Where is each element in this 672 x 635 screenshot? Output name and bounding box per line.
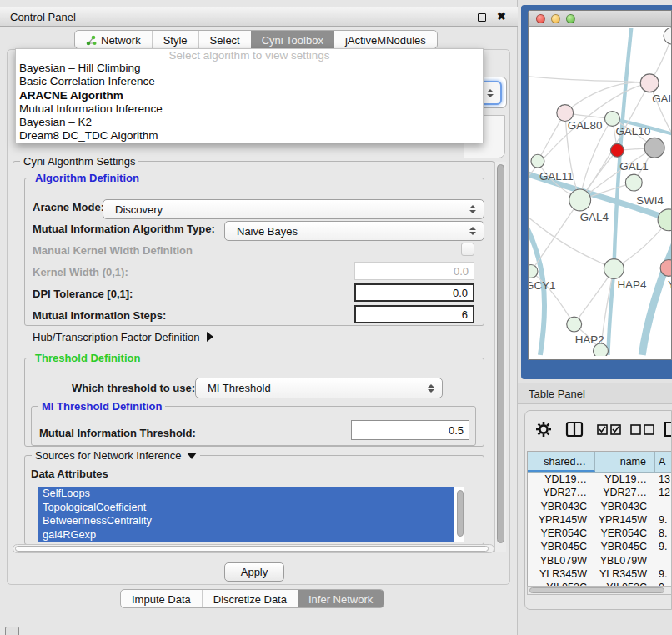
table-cell[interactable]: YBR045C	[528, 540, 595, 553]
close-icon[interactable]: ✖	[497, 10, 506, 22]
kernel-width-field[interactable]	[354, 262, 474, 280]
tab-network[interactable]: Network	[75, 31, 152, 49]
table-cell[interactable]: YBR043C	[528, 500, 595, 513]
table-cell[interactable]: YDL19…	[595, 472, 655, 486]
network-node[interactable]	[625, 174, 642, 191]
table-row[interactable]: YBR045CYBR045C9.	[528, 540, 672, 553]
network-node[interactable]	[644, 138, 664, 158]
dropdown-item[interactable]: Basic Correlation Inference	[16, 75, 483, 88]
network-node-Y[interactable]	[660, 260, 672, 277]
network-node-GAL[interactable]	[640, 74, 659, 92]
scrollbar-thumb[interactable]	[497, 164, 504, 543]
table-cell[interactable]	[655, 500, 672, 513]
float-icon[interactable]	[478, 13, 486, 22]
dropdown-item[interactable]: Mutual Information Inference	[16, 102, 483, 116]
table-row[interactable]: YBL079WYBL079W	[528, 554, 672, 568]
zoom-icon[interactable]	[566, 14, 575, 23]
tab-select[interactable]: Select	[198, 31, 251, 49]
network-node-HAP2[interactable]	[567, 317, 582, 332]
apply-button[interactable]: Apply	[224, 562, 284, 582]
network-window-titlebar[interactable]	[529, 11, 671, 27]
tab-infer-network[interactable]: Infer Network	[298, 590, 384, 608]
column-header-partial[interactable]: A	[655, 452, 672, 472]
table-cell[interactable]: YBR043C	[595, 500, 655, 513]
table-cell[interactable]: YBR045C	[595, 540, 655, 553]
scrollbar-thumb[interactable]	[15, 546, 489, 552]
dpi-tolerance-field[interactable]	[354, 283, 474, 302]
table-cell[interactable]: YER054C	[528, 527, 595, 540]
table-cell[interactable]: 9.	[655, 513, 672, 527]
network-node-GAL1[interactable]	[610, 143, 624, 157]
table-cell[interactable]: YDR27…	[528, 486, 595, 499]
dropdown-item[interactable]: Bayesian – Hill Climbing	[16, 62, 483, 75]
scrollbar-thumb[interactable]	[529, 588, 664, 593]
table-cell[interactable]: 8.	[655, 527, 672, 540]
mi-algorithm-type-select[interactable]: Naive Bayes	[224, 221, 484, 241]
close-icon[interactable]	[536, 14, 545, 23]
which-threshold-select[interactable]: MI Threshold	[195, 378, 443, 398]
settings-vertical-scrollbar[interactable]	[494, 162, 506, 552]
minimize-icon[interactable]	[551, 14, 560, 23]
dropdown-item[interactable]: Dream8 DC_TDC Algorithm	[16, 129, 483, 142]
list-scrollbar[interactable]	[457, 490, 464, 537]
table-cell[interactable]: 9.	[655, 540, 672, 553]
gear-icon[interactable]	[535, 421, 552, 438]
table-cell[interactable]: YPR145W	[528, 513, 595, 527]
table-cell[interactable]: YBL079W	[595, 554, 655, 568]
table-row[interactable]: YBR043CYBR043C	[528, 500, 672, 513]
table-row[interactable]: YLR345WYLR345W9.	[528, 568, 672, 581]
tab-jactivemnodules[interactable]: jActiveMNodules	[334, 31, 437, 49]
dropdown-item[interactable]: Bayesian – K2	[16, 116, 483, 129]
table-cell[interactable]: YLR345W	[528, 568, 595, 581]
network-node-GAL10[interactable]	[604, 112, 619, 127]
deselect-all-icon[interactable]	[630, 424, 655, 435]
manual-kernel-width-checkbox[interactable]	[461, 242, 474, 256]
table-row[interactable]: YDL19…YDL19…13	[528, 472, 672, 486]
table-cell[interactable]: 9.	[655, 568, 672, 581]
table-cell[interactable]: YER054C	[595, 527, 655, 540]
select-all-icon[interactable]	[597, 424, 622, 435]
network-node-SWI4[interactable]	[658, 209, 672, 231]
network-window[interactable]: GALGAL80GAL10GAL1GAL11GAL4SWI4GCY1HAP4YH…	[528, 10, 672, 360]
network-edge[interactable]	[529, 77, 640, 82]
table-cell[interactable]: YLR345W	[595, 568, 655, 581]
network-node[interactable]	[664, 28, 672, 44]
network-node-GAL4[interactable]	[569, 189, 591, 211]
aracne-mode-select[interactable]: Discovery	[103, 199, 484, 219]
network-node-HAP4[interactable]	[604, 259, 624, 279]
tab-cyni-toolbox[interactable]: Cyni Toolbox	[251, 31, 334, 49]
table-cell[interactable]	[655, 554, 672, 568]
list-item[interactable]: gal4RGexp	[38, 528, 454, 542]
column-header-name[interactable]: name	[595, 452, 655, 472]
minimized-panel-icon[interactable]	[5, 627, 19, 635]
tab-impute-data[interactable]: Impute Data	[121, 590, 202, 608]
list-item[interactable]: BetweennessCentrality	[38, 514, 454, 528]
hub-definition-expander[interactable]: Hub/Transcription Factor Definition	[33, 331, 213, 343]
network-node-GCY1[interactable]	[529, 264, 538, 278]
table-cell[interactable]: 13	[655, 472, 672, 486]
tab-discretize-data[interactable]: Discretize Data	[202, 590, 298, 608]
table-row[interactable]: YER054CYER054C8.	[528, 527, 672, 540]
table-cell[interactable]: YBL079W	[528, 554, 595, 568]
mi-steps-field[interactable]	[354, 305, 474, 323]
table-horizontal-scrollbar[interactable]	[527, 586, 672, 595]
network-canvas[interactable]: GALGAL80GAL10GAL1GAL11GAL4SWI4GCY1HAP4YH…	[529, 27, 672, 356]
table-row[interactable]: YDR27…YDR27…12	[528, 486, 672, 499]
settings-horizontal-scrollbar[interactable]	[13, 544, 494, 553]
column-header-shared-name[interactable]: shared…	[528, 452, 595, 472]
table-cell[interactable]: YDL19…	[528, 472, 595, 486]
table-cell[interactable]: 12	[655, 486, 672, 499]
mi-threshold-field[interactable]	[351, 420, 469, 440]
table-cell[interactable]: YDR27…	[595, 486, 655, 499]
table-row[interactable]: YPR145WYPR145W9.	[528, 513, 672, 527]
split-columns-icon[interactable]	[565, 421, 584, 438]
sources-title[interactable]: Sources for Network Inference	[32, 449, 200, 462]
list-item[interactable]: SelfLoops	[38, 487, 454, 501]
network-edge[interactable]	[531, 200, 580, 272]
table-cell[interactable]: YPR145W	[595, 513, 655, 527]
list-item[interactable]: TopologicalCoefficient	[38, 501, 454, 515]
tab-style[interactable]: Style	[152, 31, 198, 49]
network-node-GAL11[interactable]	[531, 154, 544, 168]
page-icon[interactable]	[664, 421, 672, 438]
dropdown-item[interactable]: ARACNE Algorithm	[16, 89, 483, 102]
